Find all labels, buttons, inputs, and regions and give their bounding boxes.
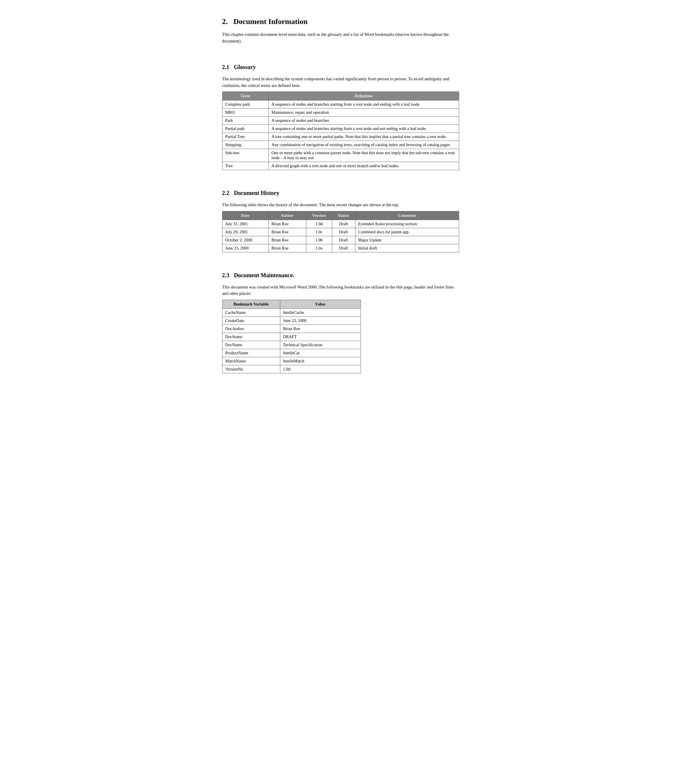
glossary-term: Shopping bbox=[222, 141, 268, 149]
glossary-definition: A sequence of nodes and branches bbox=[268, 117, 459, 125]
bookmark-row: CacheNameIntelleCache bbox=[222, 308, 361, 316]
bookmark-value: IntelleCache bbox=[280, 308, 361, 316]
bookmark-table: Bookmark Variable Value CacheNameIntelle… bbox=[222, 300, 361, 373]
glossary-row: Partial pathA sequence of nodes and bran… bbox=[222, 125, 459, 133]
glossary-term: Sub-tree bbox=[222, 149, 268, 162]
glossary-definition: One or more paths with a common parent n… bbox=[268, 149, 459, 162]
history-status: Draft bbox=[332, 244, 355, 252]
history-row: October 2, 2000Brian Roe1.0bDraftMajor U… bbox=[222, 236, 459, 244]
history-status: Draft bbox=[332, 228, 355, 236]
history-header: Version bbox=[306, 211, 332, 220]
bookmark-value: IntelleMatch bbox=[280, 357, 361, 365]
bookmark-header-variable: Bookmark Variable bbox=[222, 300, 280, 308]
history-date: October 2, 2000 bbox=[222, 236, 268, 244]
history-author: Brian Roe bbox=[268, 244, 306, 252]
glossary-definition: Any combination of navigation of existin… bbox=[268, 141, 459, 149]
history-comment: Major Update bbox=[355, 236, 459, 244]
glossary-row: MROMaintenance, repair and operation bbox=[222, 109, 459, 117]
bookmark-variable: DocAuthor bbox=[222, 324, 280, 333]
history-author: Brian Roe bbox=[268, 228, 306, 236]
maintenance-intro: This document was created with Microsoft… bbox=[222, 284, 459, 297]
bookmark-row: MatchNameIntelleMatch bbox=[222, 357, 361, 365]
history-comment: Initial draft bbox=[355, 244, 459, 252]
glossary-row: Partial TreeA tree containing one or mor… bbox=[222, 133, 459, 141]
history-date: July 29, 2001 bbox=[222, 228, 268, 236]
bookmark-value: DRAFT bbox=[280, 333, 361, 341]
glossary-table: Term Definition Complete pathA sequence … bbox=[222, 92, 459, 170]
subsection-2-number: 2.2 bbox=[222, 190, 230, 196]
bookmark-row: DocAuthorBrian Roe bbox=[222, 324, 361, 333]
bookmark-variable: DocName bbox=[222, 341, 280, 349]
glossary-row: Complete pathA sequence of nodes and bra… bbox=[222, 101, 459, 109]
history-version: 1.0a bbox=[306, 244, 332, 252]
history-date: July 31, 2001 bbox=[222, 220, 268, 228]
bookmark-variable: CreateDate bbox=[222, 316, 280, 324]
glossary-term: Complete path bbox=[222, 101, 268, 109]
history-row: July 29, 2001Brian Roe1.0cDraftCombined … bbox=[222, 228, 459, 236]
bookmark-value: 1.0d bbox=[280, 365, 361, 373]
subsection-1-title: Glossary bbox=[234, 64, 256, 70]
bookmark-variable: MatchName bbox=[222, 357, 280, 365]
section-intro: This chapter contains document-level met… bbox=[222, 31, 459, 44]
history-version: 1.0b bbox=[306, 236, 332, 244]
glossary-header-definition: Definition bbox=[268, 92, 459, 101]
glossary-row: TreeA directed graph with a root node an… bbox=[222, 162, 459, 170]
glossary-intro: The terminology used in describing the s… bbox=[222, 76, 459, 89]
subsection-3-title: Document Maintenance. bbox=[234, 272, 295, 279]
glossary-definition: A sequence of nodes and branches startin… bbox=[268, 101, 459, 109]
bookmark-value: IntelleCat bbox=[280, 349, 361, 357]
bookmark-variable: ProductName bbox=[222, 349, 280, 357]
subsection-2-title: Document History bbox=[234, 190, 279, 196]
subsection-3-number: 2.3 bbox=[222, 272, 230, 279]
bookmark-value: Brian Roe bbox=[280, 324, 361, 333]
glossary-definition: Maintenance, repair and operation bbox=[268, 109, 459, 117]
history-status: Draft bbox=[332, 236, 355, 244]
bookmark-value: Technical Specification bbox=[280, 341, 361, 349]
glossary-row: Sub-treeOne or more paths with a common … bbox=[222, 149, 459, 162]
bookmark-header-value: Value bbox=[280, 300, 361, 308]
glossary-definition: A directed graph with a root node and on… bbox=[268, 162, 459, 170]
history-header: Comment bbox=[355, 211, 459, 220]
history-version: 1.0c bbox=[306, 228, 332, 236]
glossary-header-term: Term bbox=[222, 92, 268, 101]
glossary-term: MRO bbox=[222, 109, 268, 117]
glossary-term: Tree bbox=[222, 162, 268, 170]
bookmark-value: June 23, 2000 bbox=[280, 316, 361, 324]
bookmark-row: DocStatusDRAFT bbox=[222, 333, 361, 341]
bookmark-variable: VersionNo bbox=[222, 365, 280, 373]
history-header: Status bbox=[332, 211, 355, 220]
subsection-3-heading: 2.3 Document Maintenance. bbox=[222, 262, 459, 281]
glossary-row: ShoppingAny combination of navigation of… bbox=[222, 141, 459, 149]
history-header: Author bbox=[268, 211, 306, 220]
glossary-term: Partial Tree bbox=[222, 133, 268, 141]
history-author: Brian Roe bbox=[268, 236, 306, 244]
history-table: DateAuthorVersionStatusComment July 31, … bbox=[222, 211, 459, 252]
bookmark-variable: DocStatus bbox=[222, 333, 280, 341]
bookmark-variable: CacheName bbox=[222, 308, 280, 316]
bookmark-row: ProductNameIntelleCat bbox=[222, 349, 361, 357]
subsection-1-number: 2.1 bbox=[222, 64, 230, 70]
bookmark-row: VersionNo1.0d bbox=[222, 365, 361, 373]
glossary-term: Partial path bbox=[222, 125, 268, 133]
subsection-2-heading: 2.2 Document History bbox=[222, 179, 459, 199]
section-heading: 2. Document Information bbox=[222, 17, 459, 29]
history-date: June 23, 2000 bbox=[222, 244, 268, 252]
bookmark-row: CreateDateJune 23, 2000 bbox=[222, 316, 361, 324]
history-row: June 23, 2000Brian Roe1.0aDraftInitial d… bbox=[222, 244, 459, 252]
section-number: 2. bbox=[222, 17, 228, 26]
history-row: July 31, 2001Brian Roe1.0dDraftExtended … bbox=[222, 220, 459, 228]
history-comment: Extended Assist processing section bbox=[355, 220, 459, 228]
history-intro: The following table shows the history of… bbox=[222, 202, 459, 208]
glossary-row: PathA sequence of nodes and branches bbox=[222, 117, 459, 125]
history-status: Draft bbox=[332, 220, 355, 228]
section-title: Document Information bbox=[233, 17, 307, 26]
history-author: Brian Roe bbox=[268, 220, 306, 228]
history-header: Date bbox=[222, 211, 268, 220]
subsection-1-heading: 2.1 Glossary bbox=[222, 54, 459, 73]
glossary-term: Path bbox=[222, 117, 268, 125]
bookmark-row: DocNameTechnical Specification bbox=[222, 341, 361, 349]
glossary-definition: A sequence of nodes and branches startin… bbox=[268, 125, 459, 133]
glossary-definition: A tree containing one or more partial pa… bbox=[268, 133, 459, 141]
history-version: 1.0d bbox=[306, 220, 332, 228]
history-comment: Combined docs for patent app bbox=[355, 228, 459, 236]
